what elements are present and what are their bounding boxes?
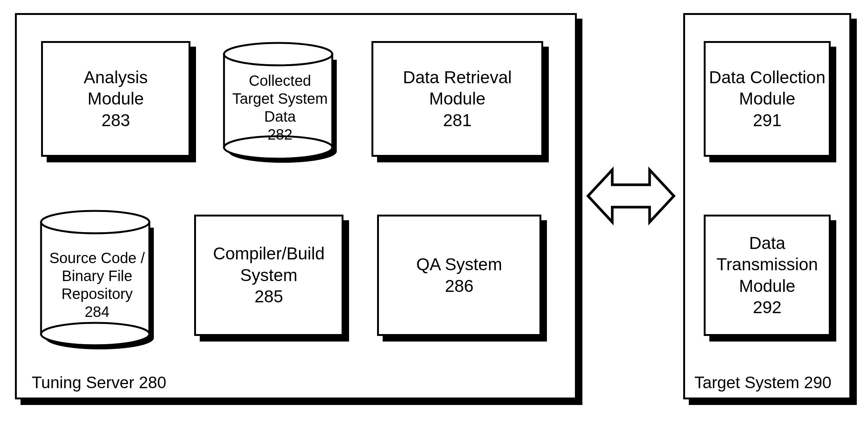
data-collection-module: Data Collection Module 291 bbox=[704, 41, 831, 157]
svg-marker-10 bbox=[588, 170, 674, 222]
source-repo-num: 284 bbox=[85, 303, 110, 321]
source-repo-line2: Binary File bbox=[62, 267, 133, 285]
collected-data-num: 282 bbox=[268, 125, 293, 143]
data-collection-line2: Module bbox=[739, 88, 796, 110]
data-retrieval-line1: Data Retrieval bbox=[403, 67, 511, 88]
data-retrieval-line2: Module bbox=[429, 88, 486, 110]
analysis-module-line2: Module bbox=[88, 88, 144, 110]
analysis-module: Analysis Module 283 bbox=[41, 41, 190, 157]
compiler-build-system: Compiler/Build System 285 bbox=[194, 215, 343, 336]
qa-num: 286 bbox=[445, 275, 474, 297]
source-repo-line1: Source Code / bbox=[49, 249, 145, 267]
data-transmission-module: Data Transmission Module 292 bbox=[704, 215, 831, 336]
collected-data-line1: Collected bbox=[249, 72, 311, 90]
source-repo-line3: Repository bbox=[61, 285, 133, 303]
tuning-server-label: Tuning Server 280 bbox=[32, 373, 166, 392]
collected-data-cylinder: Collected Target System Data 282 bbox=[222, 41, 338, 164]
qa-system: QA System 286 bbox=[377, 215, 541, 336]
data-retrieval-num: 281 bbox=[443, 110, 472, 131]
data-collection-num: 291 bbox=[753, 110, 782, 131]
analysis-module-line1: Analysis bbox=[84, 67, 147, 88]
collected-data-line3: Data bbox=[264, 107, 296, 125]
data-retrieval-module: Data Retrieval Module 281 bbox=[371, 41, 543, 157]
bidirectional-arrow-icon bbox=[584, 160, 678, 231]
analysis-module-num: 283 bbox=[102, 110, 130, 131]
collected-data-line2: Target System bbox=[232, 90, 328, 107]
compiler-num: 285 bbox=[255, 286, 283, 308]
target-system-label: Target System 290 bbox=[694, 373, 831, 392]
qa-line1: QA System bbox=[416, 254, 502, 275]
compiler-line1: Compiler/Build bbox=[213, 243, 324, 265]
source-repo-cylinder: Source Code / Binary File Repository 284 bbox=[39, 209, 155, 351]
data-transmission-line3: Module bbox=[739, 275, 796, 297]
data-transmission-line2: Transmission bbox=[716, 254, 818, 275]
data-transmission-num: 292 bbox=[753, 297, 782, 318]
compiler-line2: System bbox=[240, 265, 297, 286]
data-collection-line1: Data Collection bbox=[709, 67, 825, 88]
data-transmission-line1: Data bbox=[749, 233, 785, 254]
